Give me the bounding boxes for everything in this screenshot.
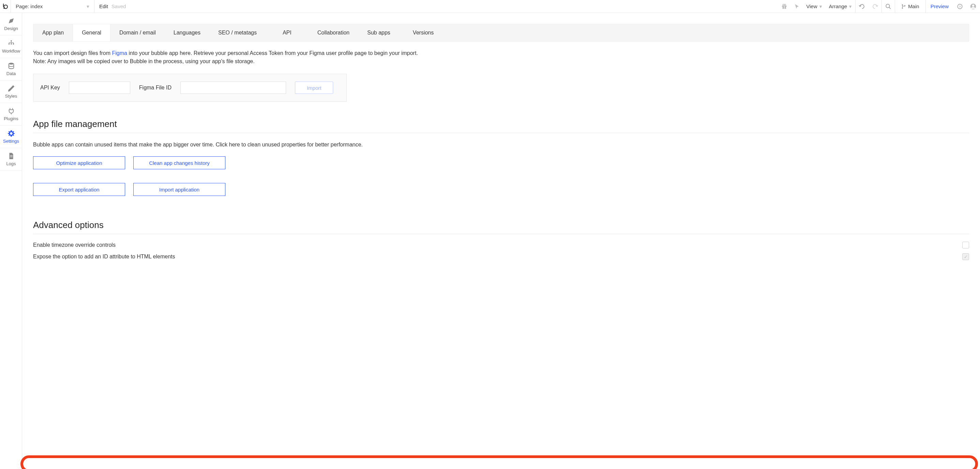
svg-line-8	[889, 7, 891, 9]
svg-point-7	[886, 4, 889, 8]
view-label: View	[807, 3, 817, 9]
preview-label: Preview	[931, 3, 949, 9]
help-button[interactable]: ?	[953, 0, 966, 13]
bubble-logo[interactable]	[0, 0, 11, 13]
branch-icon	[901, 4, 906, 9]
pointer-icon[interactable]	[791, 0, 803, 13]
view-menu[interactable]: View ▾	[803, 0, 826, 13]
saved-label: Saved	[111, 3, 126, 9]
svg-point-10	[902, 8, 903, 8]
arrange-label: Arrange	[829, 3, 847, 9]
svg-point-11	[904, 5, 905, 6]
svg-point-9	[902, 5, 903, 5]
preview-button[interactable]: Preview	[926, 0, 953, 13]
account-button[interactable]	[966, 0, 980, 13]
undo-button[interactable]	[855, 0, 869, 13]
arrange-menu[interactable]: Arrange ▾	[826, 0, 855, 13]
logo-icon	[2, 3, 8, 10]
page-selector[interactable]: Page: index ▾	[11, 0, 94, 13]
edit-status: Edit Saved	[94, 3, 130, 9]
redo-button[interactable]	[869, 0, 881, 13]
branch-label: Main	[908, 3, 919, 9]
chevron-down-icon: ▾	[819, 3, 822, 10]
gift-icon[interactable]	[778, 0, 791, 13]
svg-rect-4	[784, 5, 784, 8]
svg-point-6	[784, 4, 786, 6]
page-selector-label: Page: index	[16, 3, 43, 9]
svg-point-1	[4, 5, 8, 8]
branch-selector[interactable]: Main	[895, 0, 926, 13]
top-bar: Page: index ▾ Edit Saved View ▾ Arrange …	[0, 0, 980, 13]
svg-point-15	[972, 5, 975, 7]
chevron-down-icon: ▾	[87, 3, 89, 10]
search-button[interactable]	[881, 0, 895, 13]
chevron-down-icon: ▾	[849, 3, 852, 10]
edit-label[interactable]: Edit	[99, 3, 108, 9]
svg-text:?: ?	[959, 5, 961, 8]
